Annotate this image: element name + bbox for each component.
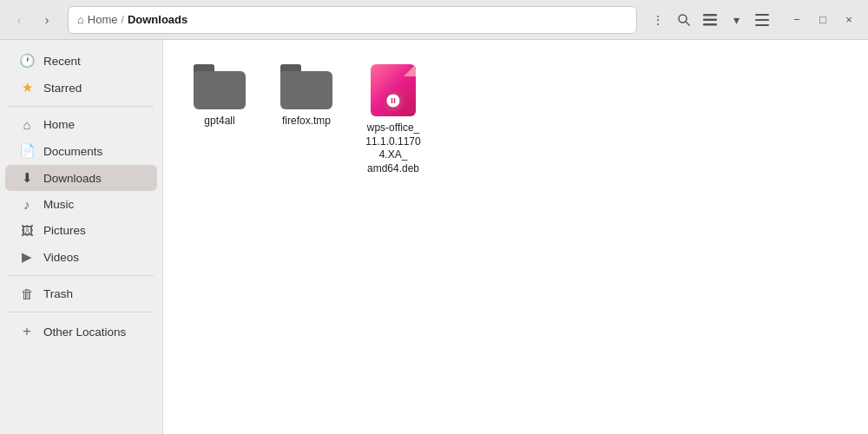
sidebar-label-videos: Videos: [43, 251, 79, 264]
deb-file-icon: [371, 64, 416, 116]
sidebar-label-documents: Documents: [43, 145, 102, 158]
svg-rect-4: [703, 23, 717, 26]
more-options-button[interactable]: ⋮: [646, 8, 670, 32]
file-content: gpt4all firefox.tmp: [163, 40, 868, 434]
file-label-wps-deb: wps-office_11.1.0.11704.XA_amd64.deb: [365, 122, 420, 175]
sidebar-item-trash[interactable]: 🗑 Trash: [5, 281, 157, 306]
titlebar-actions: ⋮ ▾: [646, 8, 774, 32]
breadcrumb-current: Downloads: [128, 13, 187, 26]
file-label-firefox-tmp: firefox.tmp: [282, 115, 331, 128]
sidebar-label-downloads: Downloads: [43, 172, 102, 185]
back-button[interactable]: ‹: [7, 8, 31, 32]
folder-icon-firefox-tmp: [280, 64, 332, 109]
sidebar-item-other-locations[interactable]: + Other Locations: [5, 318, 157, 345]
search-button[interactable]: [672, 8, 696, 32]
forward-button[interactable]: ›: [35, 8, 59, 32]
documents-icon: 📄: [19, 143, 35, 159]
file-item-gpt4all[interactable]: gpt4all: [181, 57, 259, 182]
starred-icon: ★: [19, 80, 35, 95]
breadcrumb-home[interactable]: Home: [88, 13, 118, 26]
view-list-button[interactable]: [698, 8, 722, 32]
sidebar-label-music: Music: [43, 198, 74, 211]
sidebar-item-pictures[interactable]: 🖼 Pictures: [5, 218, 157, 243]
list-icon: [703, 14, 717, 26]
sidebar-label-recent: Recent: [43, 55, 81, 68]
folder-icon-gpt4all: [194, 64, 246, 109]
trash-icon: 🗑: [19, 286, 35, 301]
sidebar-separator-1: [9, 106, 154, 107]
sidebar-item-home[interactable]: ⌂ Home: [5, 112, 157, 137]
search-icon: [677, 13, 691, 27]
hamburger-menu-button[interactable]: [750, 8, 774, 32]
sidebar-item-starred[interactable]: ★ Starred: [5, 75, 157, 101]
hamburger-icon: [755, 14, 769, 26]
recent-icon: 🕐: [19, 53, 35, 69]
file-item-wps-deb[interactable]: wps-office_11.1.0.11704.XA_amd64.deb: [354, 57, 432, 182]
music-icon: ♪: [19, 197, 35, 212]
sidebar-separator-2: [9, 275, 154, 276]
sidebar-item-recent[interactable]: 🕐 Recent: [5, 48, 157, 74]
view-dropdown-button[interactable]: ▾: [724, 8, 748, 32]
svg-rect-7: [755, 24, 769, 26]
sidebar-label-other-locations: Other Locations: [43, 326, 126, 339]
sidebar-separator-3: [9, 312, 154, 312]
main-layout: 🕐 Recent ★ Starred ⌂ Home 📄 Documents ⬇ …: [0, 40, 868, 434]
file-grid: gpt4all firefox.tmp: [181, 57, 851, 182]
breadcrumb: ⌂ Home / Downloads: [68, 6, 637, 34]
minimize-button[interactable]: −: [785, 8, 809, 32]
close-button[interactable]: ×: [837, 8, 861, 32]
sidebar-label-starred: Starred: [43, 82, 82, 95]
sidebar: 🕐 Recent ★ Starred ⌂ Home 📄 Documents ⬇ …: [0, 40, 163, 434]
home-sidebar-icon: ⌂: [19, 117, 35, 132]
svg-rect-5: [755, 14, 769, 16]
forward-icon: ›: [45, 13, 49, 27]
sidebar-item-music[interactable]: ♪ Music: [5, 192, 157, 217]
maximize-button[interactable]: □: [811, 8, 835, 32]
sidebar-item-documents[interactable]: 📄 Documents: [5, 138, 157, 164]
file-label-gpt4all: gpt4all: [204, 115, 234, 128]
titlebar: ‹ › ⌂ Home / Downloads ⋮ ▾: [0, 0, 868, 40]
svg-rect-3: [703, 18, 717, 21]
breadcrumb-separator: /: [122, 14, 124, 26]
other-locations-icon: +: [19, 323, 35, 340]
pictures-icon: 🖼: [19, 223, 35, 238]
downloads-icon: ⬇: [19, 170, 35, 186]
sidebar-item-videos[interactable]: ▶ Videos: [5, 244, 157, 270]
svg-rect-2: [703, 14, 717, 16]
sidebar-item-downloads[interactable]: ⬇ Downloads: [5, 165, 157, 191]
videos-icon: ▶: [19, 249, 35, 265]
svg-line-1: [686, 22, 689, 25]
window-controls: − □ ×: [785, 8, 861, 32]
file-item-firefox-tmp[interactable]: firefox.tmp: [267, 57, 345, 182]
sidebar-label-home: Home: [43, 118, 75, 131]
sidebar-label-pictures: Pictures: [43, 224, 86, 237]
svg-rect-6: [755, 19, 769, 21]
home-icon: ⌂: [77, 13, 84, 26]
sidebar-label-trash: Trash: [43, 287, 73, 300]
debian-logo: [383, 90, 404, 111]
back-icon: ‹: [17, 13, 22, 27]
